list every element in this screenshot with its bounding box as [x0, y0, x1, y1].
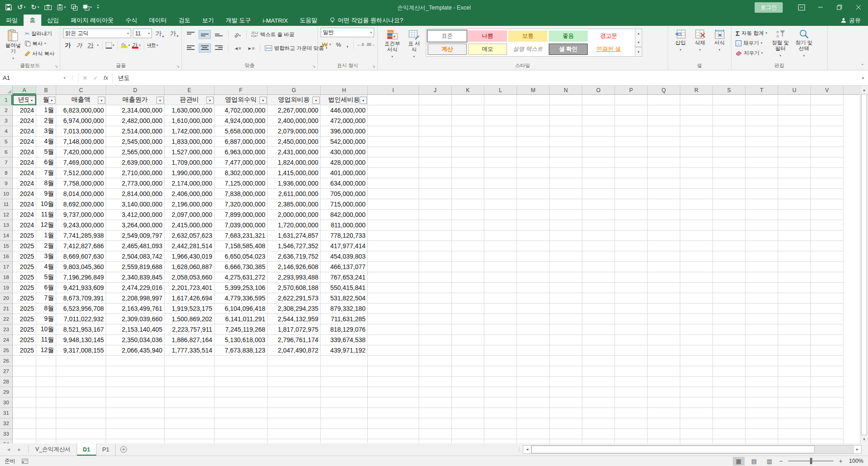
cell-V27[interactable]	[811, 366, 844, 377]
cell-A24[interactable]: 2025	[13, 335, 36, 345]
cell-P28[interactable]	[615, 377, 648, 387]
cell-P11[interactable]	[615, 199, 648, 210]
cell-L19[interactable]	[484, 283, 517, 293]
cell-F9[interactable]: 7,125,000,000	[215, 178, 268, 189]
column-header-G[interactable]: G	[268, 86, 321, 94]
cell-J19[interactable]	[419, 283, 452, 293]
cell-J29[interactable]	[419, 387, 452, 397]
cell-J7[interactable]	[419, 157, 452, 168]
cell-F19[interactable]: 5,399,253,106	[215, 283, 268, 293]
cell-H11[interactable]: 715,000,000	[321, 199, 368, 210]
row-header-18[interactable]: 18	[0, 272, 12, 283]
cell-U8[interactable]	[778, 168, 811, 178]
cell-H29[interactable]	[321, 387, 368, 397]
cell-E25[interactable]: 1,777,335,514	[165, 345, 215, 356]
cell-T1[interactable]	[746, 95, 778, 105]
cell-J34[interactable]	[419, 439, 452, 443]
cell-U6[interactable]	[778, 147, 811, 157]
cell-N26[interactable]	[550, 356, 582, 366]
cell-L27[interactable]	[484, 366, 517, 377]
ribbon-tab-i-MATRIX[interactable]: i-MATRIX	[257, 15, 293, 26]
cell-I13[interactable]	[368, 220, 419, 231]
cell-Q14[interactable]	[648, 231, 680, 241]
name-box[interactable]: A1▾	[0, 73, 68, 83]
cell-H3[interactable]: 472,000,000	[321, 116, 368, 126]
cell-B13[interactable]: 12월	[36, 220, 56, 231]
cell-A15[interactable]: 2025	[13, 241, 36, 251]
cell-B6[interactable]: 5월	[36, 147, 56, 157]
cell-F20[interactable]: 4,779,336,595	[215, 293, 268, 304]
cell-L23[interactable]	[484, 324, 517, 335]
align-bottom-button[interactable]	[213, 30, 225, 39]
cell-G12[interactable]: 2,000,000,000	[268, 210, 321, 220]
cell-P13[interactable]	[615, 220, 648, 231]
cell-N14[interactable]	[550, 231, 582, 241]
cell-O20[interactable]	[582, 293, 615, 304]
cell-L26[interactable]	[484, 356, 517, 366]
row-header-7[interactable]: 7	[0, 157, 12, 168]
cell-P6[interactable]	[615, 147, 648, 157]
cell-O31[interactable]	[582, 408, 615, 418]
cell-D6[interactable]: 2,565,000,000	[106, 147, 165, 157]
filter-button-영업외수익[interactable]: ▼	[259, 97, 267, 104]
cell-C33[interactable]	[56, 429, 106, 439]
cell-K30[interactable]	[452, 397, 484, 408]
cell-S18[interactable]	[713, 272, 746, 283]
cell-L7[interactable]	[484, 157, 517, 168]
cell-V7[interactable]	[811, 157, 844, 168]
row-header-31[interactable]: 31	[0, 408, 12, 418]
cell-A26[interactable]	[13, 356, 36, 366]
cell-Q16[interactable]	[648, 251, 680, 262]
cell-N11[interactable]	[550, 199, 582, 210]
cell-A9[interactable]: 2024	[13, 178, 36, 189]
cell-N18[interactable]	[550, 272, 582, 283]
cell-U3[interactable]	[778, 116, 811, 126]
cell-K22[interactable]	[452, 314, 484, 324]
cell-G3[interactable]: 2,400,000,000	[268, 116, 321, 126]
align-top-button[interactable]	[185, 30, 197, 39]
cell-O13[interactable]	[582, 220, 615, 231]
row-header-27[interactable]: 27	[0, 366, 12, 377]
cell-A4[interactable]: 2024	[13, 126, 36, 137]
cell-S4[interactable]	[713, 126, 746, 137]
cell-U2[interactable]	[778, 105, 811, 116]
cell-K7[interactable]	[452, 157, 484, 168]
sort-filter-button[interactable]: ㅎㅈ 정렬 및 필터 ▾	[769, 28, 792, 60]
row-header-15[interactable]: 15	[0, 241, 12, 251]
cell-H20[interactable]: 531,822,504	[321, 293, 368, 304]
cell-K28[interactable]	[452, 377, 484, 387]
cell-H31[interactable]	[321, 408, 368, 418]
ribbon-tab-개발 도구[interactable]: 개발 도구	[220, 15, 257, 26]
cell-G29[interactable]	[268, 387, 321, 397]
cell-K17[interactable]	[452, 262, 484, 272]
cell-F28[interactable]	[215, 377, 268, 387]
horizontal-scrollbar[interactable]: ⋮ ◄ ►	[517, 445, 862, 454]
zoom-slider-thumb[interactable]	[810, 458, 812, 464]
collapse-ribbon-button[interactable]: ⌃	[861, 63, 864, 68]
cell-G20[interactable]: 2,622,291,573	[268, 293, 321, 304]
cell-C29[interactable]	[56, 387, 106, 397]
cut-button[interactable]: ✂잘라내기	[24, 29, 56, 39]
cell-L32[interactable]	[484, 418, 517, 429]
column-header-J[interactable]: J	[419, 86, 452, 94]
cell-style-연결된 셀[interactable]: 연결된 셀	[589, 44, 628, 55]
column-header-D[interactable]: D	[106, 86, 165, 94]
cell-D11[interactable]: 3,140,000,000	[106, 199, 165, 210]
cell-P24[interactable]	[615, 335, 648, 345]
font-color-button[interactable]: 가▾	[132, 43, 141, 49]
cell-C6[interactable]: 7,420,000,000	[56, 147, 106, 157]
cell-P8[interactable]	[615, 168, 648, 178]
cell-T7[interactable]	[746, 157, 778, 168]
cell-V8[interactable]	[811, 168, 844, 178]
cell-S29[interactable]	[713, 387, 746, 397]
cell-N7[interactable]	[550, 157, 582, 168]
cell-H28[interactable]	[321, 377, 368, 387]
cell-G21[interactable]: 2,308,294,235	[268, 304, 321, 314]
cell-K5[interactable]	[452, 137, 484, 147]
next-sheet-button[interactable]: ►	[17, 447, 22, 452]
cell-E7[interactable]: 1,709,000,000	[165, 157, 215, 168]
cell-I10[interactable]	[368, 189, 419, 199]
column-header-B[interactable]: B	[36, 86, 56, 94]
cell-R24[interactable]	[680, 335, 713, 345]
cell-R12[interactable]	[680, 210, 713, 220]
